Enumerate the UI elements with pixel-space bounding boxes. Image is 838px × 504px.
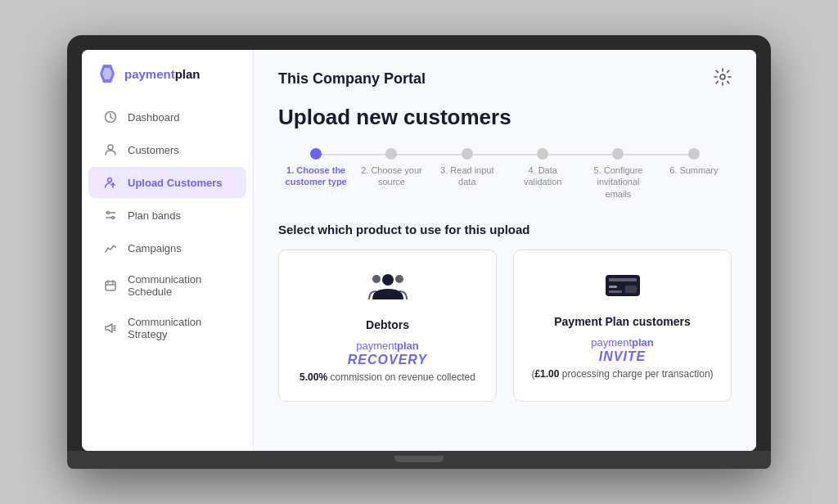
step-4-circle xyxy=(537,148,548,160)
debtors-product-name: RECOVERY xyxy=(348,353,428,367)
step-2-label: 2. Choose your source xyxy=(358,164,424,188)
calendar-icon xyxy=(103,278,118,293)
step-6: 6. Summary xyxy=(656,148,732,176)
person-icon xyxy=(103,142,118,157)
logo-light: payment xyxy=(124,67,175,81)
svg-point-4 xyxy=(108,178,112,182)
svg-point-3 xyxy=(108,145,113,150)
step-3-line xyxy=(467,154,543,155)
sidebar-item-plan-bands[interactable]: Plan bands xyxy=(88,200,246,231)
invite-product-name: INVITE xyxy=(599,349,647,363)
clock-icon xyxy=(103,110,118,124)
plan-bands-label: Plan bands xyxy=(128,209,181,222)
person-upload-icon xyxy=(103,175,118,190)
debtors-brand-light: payment xyxy=(356,340,397,352)
step-2-line xyxy=(391,154,466,155)
step-4-label: 4. Data validation xyxy=(510,164,575,188)
chart-icon xyxy=(103,241,118,255)
svg-rect-9 xyxy=(106,281,115,290)
laptop-frame: paymentplan Dashboard Customers xyxy=(67,35,771,469)
screen: paymentplan Dashboard Customers xyxy=(82,50,756,451)
product-cards: Debtors paymentplan RECOVERY 5.00% commi… xyxy=(278,250,732,402)
product-card-debtors[interactable]: Debtors paymentplan RECOVERY 5.00% commi… xyxy=(278,250,497,402)
svg-rect-23 xyxy=(609,286,617,288)
sidebar-item-comm-schedule[interactable]: Communication Schedule xyxy=(88,265,246,306)
svg-line-14 xyxy=(114,326,115,326)
svg-point-19 xyxy=(372,275,381,283)
comm-strategy-label: Communication Strategy xyxy=(128,316,232,340)
invite-brand-light: payment xyxy=(591,336,632,349)
step-1-circle xyxy=(310,148,322,160)
sidebar-item-upload-customers[interactable]: Upload Customers xyxy=(88,167,246,198)
svg-point-20 xyxy=(395,275,403,283)
logo-bold: plan xyxy=(175,67,200,81)
logo-area: paymentplan xyxy=(82,63,253,101)
step-5: 5. Configure invitational emails xyxy=(580,148,656,200)
sidebar-item-campaigns[interactable]: Campaigns xyxy=(88,232,246,263)
svg-point-7 xyxy=(107,212,110,214)
portal-title: This Company Portal xyxy=(278,70,426,88)
main-content: This Company Portal Upload new customers… xyxy=(254,50,756,451)
debtors-title: Debtors xyxy=(366,318,409,331)
sidebar: paymentplan Dashboard Customers xyxy=(82,50,254,451)
sliders-icon xyxy=(103,208,118,223)
customers-label: Customers xyxy=(128,144,179,156)
settings-icon[interactable] xyxy=(714,68,732,90)
debtors-brand-bold: plan xyxy=(397,340,419,352)
svg-point-8 xyxy=(112,217,115,219)
svg-marker-13 xyxy=(106,324,112,332)
stepper: 1. Choose the customer type 2. Choose yo… xyxy=(278,148,732,200)
svg-rect-22 xyxy=(609,278,637,281)
svg-point-17 xyxy=(720,74,725,79)
svg-rect-25 xyxy=(625,286,637,293)
step-5-circle xyxy=(612,148,624,160)
product-card-invite[interactable]: Payment Plan customers paymentplan INVIT… xyxy=(513,250,732,402)
step-1-label: 1. Choose the customer type xyxy=(283,164,349,188)
comm-schedule-label: Communication Schedule xyxy=(128,273,232,298)
step-6-label: 6. Summary xyxy=(669,164,718,176)
logo-text: paymentplan xyxy=(124,67,200,81)
upload-customers-label: Upload Customers xyxy=(128,177,223,189)
laptop-notch xyxy=(394,456,444,462)
app-layout: paymentplan Dashboard Customers xyxy=(82,50,756,451)
page-title: Upload new customers xyxy=(278,105,732,130)
megaphone-icon xyxy=(103,321,118,335)
invite-brand: paymentplan INVITE xyxy=(591,335,654,364)
svg-line-16 xyxy=(114,330,115,331)
invite-commission: (£1.00 processing charge per transaction… xyxy=(531,367,713,381)
section-subtitle: Select which product to use for this upl… xyxy=(278,223,732,236)
invite-title: Payment Plan customers xyxy=(554,315,691,328)
svg-rect-24 xyxy=(609,290,622,293)
step-2-circle xyxy=(385,148,397,160)
step-4-line xyxy=(543,154,618,155)
debtors-brand: paymentplan RECOVERY xyxy=(348,338,428,367)
svg-point-18 xyxy=(382,274,394,286)
step-5-label: 5. Configure invitational emails xyxy=(585,164,651,200)
sidebar-item-dashboard[interactable]: Dashboard xyxy=(88,101,246,133)
campaigns-label: Campaigns xyxy=(128,242,182,254)
step-3-label: 3. Read input data xyxy=(435,164,500,188)
invite-icon xyxy=(604,270,642,307)
debtors-commission: 5.00% commission on revenue collected xyxy=(300,371,475,385)
sidebar-item-customers[interactable]: Customers xyxy=(88,134,246,165)
laptop-base xyxy=(67,451,771,469)
invite-brand-bold: plan xyxy=(632,336,654,349)
step-1: 1. Choose the customer type xyxy=(278,148,354,188)
top-bar: This Company Portal xyxy=(278,68,732,90)
dashboard-label: Dashboard xyxy=(128,111,180,124)
debtors-icon xyxy=(368,270,408,310)
sidebar-item-comm-strategy[interactable]: Communication Strategy xyxy=(88,308,246,349)
step-3-circle xyxy=(462,148,473,160)
step-1-line xyxy=(316,154,391,155)
step-6-circle xyxy=(688,148,700,160)
logo-icon xyxy=(97,63,118,84)
step-5-line xyxy=(618,154,693,155)
